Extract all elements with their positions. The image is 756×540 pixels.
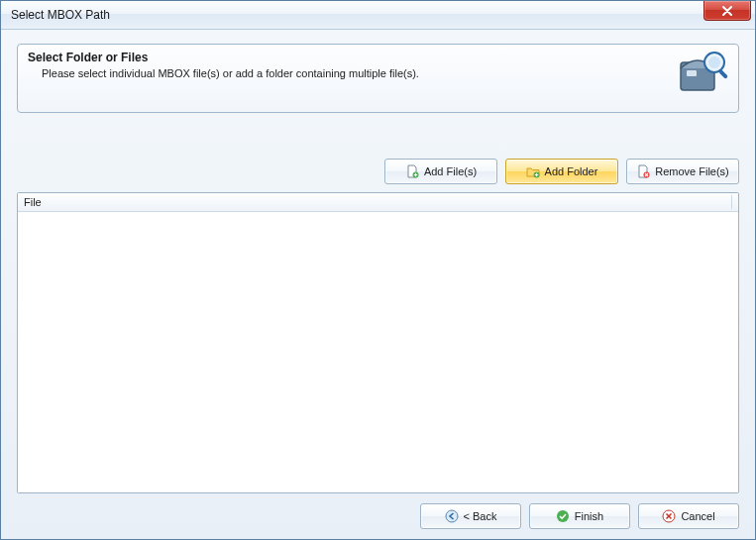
info-heading: Select Folder or Files <box>28 51 728 64</box>
info-panel: Select Folder or Files Please select ind… <box>17 44 739 113</box>
svg-point-8 <box>446 510 458 522</box>
svg-rect-1 <box>687 70 697 76</box>
svg-point-9 <box>557 510 569 522</box>
file-add-icon <box>405 164 419 178</box>
title-bar: Select MBOX Path <box>1 1 755 30</box>
add-files-button[interactable]: Add File(s) <box>384 159 497 184</box>
window-title: Select MBOX Path <box>11 8 110 22</box>
file-list: File <box>17 192 739 493</box>
file-list-body[interactable] <box>18 212 738 492</box>
info-description: Please select individual MBOX file(s) or… <box>28 67 728 79</box>
folder-add-icon <box>526 164 540 178</box>
finish-icon <box>556 509 570 523</box>
remove-files-label: Remove File(s) <box>655 165 729 177</box>
dialog-window: Select MBOX Path Select Folder or Files … <box>0 0 756 540</box>
file-remove-icon <box>636 164 650 178</box>
close-icon <box>720 4 734 18</box>
remove-files-button[interactable]: Remove File(s) <box>626 159 739 184</box>
finish-label: Finish <box>575 510 603 522</box>
file-list-header[interactable]: File <box>18 193 738 212</box>
cancel-icon <box>662 509 676 523</box>
svg-point-3 <box>708 56 720 68</box>
add-folder-button[interactable]: Add Folder <box>505 159 618 184</box>
cancel-label: Cancel <box>681 510 714 522</box>
footer-bar: < Back Finish Cancel <box>17 503 739 529</box>
back-icon <box>445 509 459 523</box>
mailbox-search-icon <box>675 49 732 96</box>
back-button[interactable]: < Back <box>420 503 521 529</box>
client-area: Select Folder or Files Please select ind… <box>1 30 755 539</box>
svg-rect-4 <box>718 69 728 79</box>
add-files-label: Add File(s) <box>424 165 477 177</box>
back-label: < Back <box>464 510 497 522</box>
close-button[interactable] <box>703 1 751 21</box>
cancel-button[interactable]: Cancel <box>638 503 739 529</box>
toolbar: Add File(s) Add Folder <box>17 159 739 184</box>
finish-button[interactable]: Finish <box>529 503 630 529</box>
file-column-label: File <box>24 196 42 208</box>
add-folder-label: Add Folder <box>545 165 598 177</box>
